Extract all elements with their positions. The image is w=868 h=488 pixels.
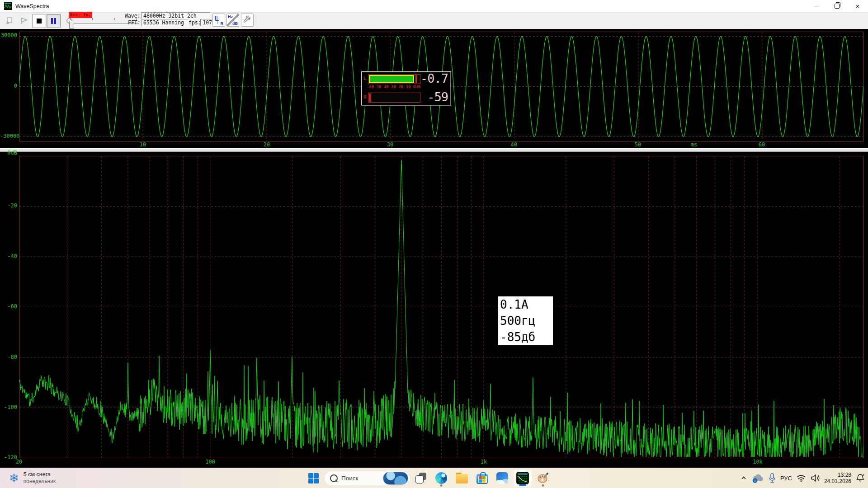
lr-r-label: R (221, 21, 224, 26)
taskbar: ❄ 5 см снега понедельник Поиск (0, 468, 868, 488)
photos-icon (496, 472, 508, 484)
meter-scale: -60-50-40-30-20-10 0dB (367, 84, 420, 89)
annotation-line-1: 0.1A (500, 296, 553, 313)
wavespectra-icon (516, 472, 529, 484)
fps-value-field: 107 (200, 19, 214, 26)
play-button[interactable] (17, 14, 30, 27)
wave-label: Wave: (125, 13, 141, 19)
slider-thumb[interactable] (69, 21, 74, 29)
hz-db-scale-button[interactable]: Hz dB (226, 14, 239, 27)
settings-button[interactable] (241, 14, 254, 27)
taskbar-item-file-explorer[interactable] (452, 469, 471, 487)
meter-left-fill (369, 75, 414, 83)
stop-icon (37, 19, 42, 23)
microsoft-store-icon (476, 474, 488, 484)
close-icon: × (856, 3, 860, 9)
meter-left-peak-marker (415, 75, 417, 83)
weather-subtext: понедельник (24, 478, 56, 485)
fps-label: fps: (189, 19, 201, 26)
screen: WaveSpectra × Rec. In. (0, 0, 868, 488)
close-button[interactable]: × (847, 0, 868, 12)
meter-right-fill (369, 94, 371, 102)
restore-icon (835, 4, 840, 9)
search-icon (330, 474, 338, 482)
pause-button[interactable] (47, 14, 61, 28)
microphone-icon[interactable] (768, 473, 776, 483)
volume-icon[interactable] (810, 474, 820, 482)
fft-label: FFT: (128, 19, 141, 26)
start-button[interactable] (304, 469, 323, 487)
edge-running-dot (440, 484, 443, 487)
window-title: WaveSpectra (15, 3, 49, 9)
toolbar: Rec. In. Wave: 48000Hz 32bit 2ch FFT: 65… (0, 13, 868, 29)
meter-right-bar (368, 93, 420, 103)
app-icon (4, 2, 12, 10)
tray-chevron-up-button[interactable] (740, 474, 747, 482)
search-placeholder: Поиск (341, 475, 379, 482)
fft-settings-field: 65536 Hanning (142, 19, 189, 26)
tray-time: 13:28 (824, 472, 851, 478)
wifi-icon[interactable] (796, 474, 806, 482)
level-meter: L -0.7 -60-50-40-30-20-10 0dB R -59 (361, 71, 451, 106)
window-controls: × (806, 0, 868, 12)
taskbar-item-paint[interactable] (533, 469, 552, 487)
title-bar[interactable]: WaveSpectra (0, 0, 868, 13)
search-box[interactable]: Поиск (324, 471, 410, 486)
spectrum-panel (19, 156, 863, 458)
meter-right-value: -59 (427, 91, 448, 103)
minimize-button[interactable] (806, 0, 826, 12)
taskbar-center: Поиск (304, 468, 552, 488)
pane-splitter[interactable] (0, 148, 868, 152)
taskbar-clock[interactable]: 13:28 24.01.2026 (824, 472, 851, 484)
onedrive-icon[interactable]: i (751, 473, 764, 483)
lr-l-label: L (215, 14, 219, 22)
open-file-button[interactable] (3, 14, 16, 27)
meter-left-bar (368, 74, 420, 84)
svg-text:z: z (863, 474, 865, 477)
notification-bell-icon[interactable]: z (855, 473, 865, 483)
open-file-icon (5, 16, 14, 25)
pause-icon (51, 18, 56, 24)
annotation-line-3: -85дб (500, 329, 553, 345)
windows-logo-icon (308, 473, 319, 483)
channel-lr-button[interactable]: L R (212, 14, 225, 27)
wavespectra-active-indicator (519, 484, 526, 486)
task-view-button[interactable] (411, 469, 430, 487)
task-view-icon (415, 473, 426, 483)
rec-in-badge: Rec. In. (69, 12, 92, 18)
svg-text:i: i (755, 479, 755, 483)
taskbar-item-edge[interactable] (432, 469, 451, 487)
taskbar-item-wavespectra-active[interactable] (513, 469, 532, 487)
tray-date: 24.01.2026 (824, 478, 851, 484)
annotation-line-2: 500гц (500, 313, 553, 329)
meter-left-value: -0.7 (420, 72, 448, 84)
stop-button[interactable] (32, 14, 46, 28)
meter-left-label: L (363, 75, 367, 81)
paint-icon (537, 472, 549, 484)
language-indicator[interactable]: РУС (780, 475, 792, 482)
hz-label: Hz (228, 14, 233, 19)
wrench-icon (241, 14, 252, 25)
paint-running-dot (542, 484, 544, 487)
taskbar-item-photos[interactable] (493, 469, 512, 487)
db-label: dB (232, 21, 238, 26)
edge-icon (435, 472, 447, 484)
taskbar-item-store[interactable] (472, 469, 491, 487)
restore-button[interactable] (826, 0, 847, 12)
wave-format-field: 48000Hz 32bit 2ch (142, 12, 210, 19)
weather-headline: 5 см снега (24, 471, 56, 478)
snowflake-icon: ❄ (9, 472, 19, 484)
play-icon (19, 16, 28, 25)
annotation-box: 0.1A 500гц -85дб (498, 296, 553, 345)
meter-right-label: R (363, 94, 367, 100)
search-highlight-image[interactable] (383, 472, 408, 485)
system-tray: i РУС (740, 468, 865, 488)
weather-widget[interactable]: ❄ 5 см снега понедельник (5, 468, 59, 488)
file-explorer-icon (456, 474, 468, 483)
minimize-icon (814, 6, 818, 6)
